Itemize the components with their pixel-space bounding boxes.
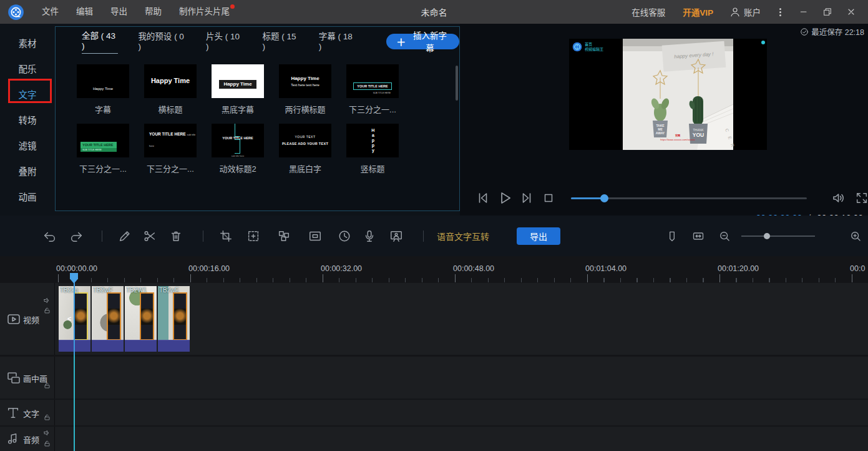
fit-timeline-button[interactable]: [688, 216, 709, 256]
track-pip-header: 画中画: [0, 357, 55, 399]
clip-selection-box[interactable]: [107, 292, 121, 340]
sidebar-item-music[interactable]: 配乐: [0, 56, 55, 81]
track-text: 文字: [0, 400, 868, 425]
seek-progress: [571, 197, 604, 199]
chroma-key-button[interactable]: [386, 216, 407, 256]
video-editor-window: 文件 编辑 导出 帮助 制作片头片尾 未命名 在线客服 开通VIP 账户: [0, 0, 868, 451]
red-watermark-url: https://www.xxxxxx.com/xxxxxx: [660, 138, 695, 141]
fullscreen-button[interactable]: [854, 190, 868, 206]
undo-button[interactable]: [39, 216, 61, 256]
crop-button[interactable]: [215, 216, 237, 256]
speech-text-convert-button[interactable]: 语音文字互转: [437, 216, 489, 256]
clip-trim-handle[interactable]: <: [67, 315, 71, 322]
sidebar-item-text[interactable]: 文字: [0, 81, 55, 107]
minimize-button[interactable]: [793, 0, 814, 24]
sidebar-item-animation[interactable]: 动画: [0, 184, 55, 209]
clip-audio-bar: [92, 340, 124, 352]
seek-bar[interactable]: [571, 197, 807, 199]
menu-intro-outro[interactable]: 制作片头片尾: [170, 0, 238, 24]
play-button[interactable]: [497, 190, 513, 206]
timeline-zoom-slider[interactable]: [741, 235, 815, 237]
sidebar-item-filter[interactable]: 滤镜: [0, 132, 55, 158]
video-clip-4[interactable]: TB2wE: [158, 286, 190, 352]
lock-track-icon[interactable]: [43, 307, 51, 314]
vip-upgrade-link[interactable]: 开通VIP: [675, 6, 721, 18]
template-card-black-caption[interactable]: Happy Time 黑底字幕: [212, 64, 264, 115]
template-card-two-line-title[interactable]: Happy TimeText here text here 两行横标题: [279, 64, 331, 115]
template-thumbnail: YOUR TEXTPLEASE ADD YOUR TEXT: [279, 124, 331, 157]
sidebar-item-overlay[interactable]: 叠附: [0, 158, 55, 184]
record-voiceover-button[interactable]: [359, 216, 380, 256]
export-button[interactable]: 导出: [517, 227, 560, 245]
preview-section: 最近保存 22:18 happy every day !: [460, 24, 868, 216]
volume-button[interactable]: [831, 190, 847, 206]
track-audio-header: 音频: [0, 427, 55, 451]
mute-track-icon[interactable]: [43, 429, 51, 437]
seek-handle[interactable]: [600, 194, 608, 202]
marker-button[interactable]: [661, 216, 683, 256]
template-card-motion-title[interactable]: YOUR TITLE HEREsub title here 动效标题2: [212, 124, 264, 174]
delete-button[interactable]: [165, 216, 187, 256]
timeline-ruler[interactable]: 00:00:00.00 00:00:16.00 00:00:32.00 00:0…: [0, 256, 868, 283]
template-card-caption[interactable]: Happy Time 字幕: [77, 64, 129, 115]
zoom-in-button[interactable]: [845, 216, 866, 256]
menu-help[interactable]: 帮助: [136, 0, 170, 24]
lock-track-icon[interactable]: [43, 382, 51, 389]
cut-button[interactable]: [139, 216, 160, 256]
tab-openers[interactable]: 片头 ( 10 ): [206, 29, 242, 54]
tab-all[interactable]: 全部 ( 43 ): [82, 29, 118, 54]
tab-my-presets[interactable]: 我的预设 ( 0 ): [138, 29, 186, 54]
clip-selection-box[interactable]: [140, 292, 154, 340]
watermark-line-1: 首页: [585, 42, 603, 47]
template-label: 下三分之一...: [144, 162, 197, 174]
freeze-frame-button[interactable]: [243, 216, 264, 256]
video-clip-3[interactable]: TB2W1: [125, 286, 157, 352]
sidebar-item-material[interactable]: 素材: [0, 30, 55, 56]
clip-selection-box[interactable]: [173, 292, 187, 340]
toolbar-divider: [423, 230, 424, 242]
duration-button[interactable]: [334, 216, 355, 256]
edit-clip-button[interactable]: [114, 216, 135, 256]
lock-track-icon[interactable]: [43, 414, 51, 421]
tab-subtitles[interactable]: 字幕 ( 18 ): [319, 29, 355, 54]
maximize-button[interactable]: [817, 0, 838, 24]
audio-lane: [56, 427, 868, 451]
titlebar: 文件 编辑 导出 帮助 制作片头片尾 未命名 在线客服 开通VIP 账户: [0, 0, 868, 24]
app-watermark: 首页 视频编辑王: [572, 42, 603, 52]
redo-button[interactable]: [66, 216, 87, 256]
zoom-out-button[interactable]: [714, 216, 735, 256]
zoom-slider-handle[interactable]: [764, 233, 770, 239]
template-card-vertical-title[interactable]: Happy 竖标题: [346, 124, 399, 174]
previous-frame-button[interactable]: [475, 190, 491, 206]
tab-titles[interactable]: 标题 ( 15 ): [262, 29, 298, 54]
panel-scrollbar[interactable]: [456, 66, 458, 101]
sidebar-item-transition[interactable]: 转场: [0, 107, 55, 132]
menu-file[interactable]: 文件: [33, 0, 67, 24]
close-button[interactable]: [841, 0, 862, 24]
menu-edit[interactable]: 编辑: [67, 0, 102, 24]
media-sidebar: 素材 配乐 文字 转场 滤镜 叠附 动画: [0, 24, 55, 216]
online-support-link[interactable]: 在线客服: [624, 6, 673, 18]
template-card-lower-third-3[interactable]: YOUR TITLE HEREsub title here 下三分之一...: [144, 124, 197, 174]
template-thumbnail: YOUR TITLE HERE SUB TITLE HERE: [346, 64, 399, 98]
video-clip-2[interactable]: TB2wF: [92, 286, 124, 352]
template-card-lower-third-1[interactable]: YOUR TITLE HERE SUB TITLE HERE 下三分之一...: [346, 64, 399, 115]
account-button[interactable]: 账户: [723, 6, 767, 18]
stop-button[interactable]: [540, 190, 557, 206]
template-card-white-on-black[interactable]: YOUR TEXTPLEASE ADD YOUR TEXT 黑底白字: [279, 124, 331, 174]
video-track-icon: [6, 312, 21, 327]
track-label: 视频: [23, 313, 39, 325]
lock-track-icon[interactable]: [43, 440, 51, 447]
frame-corner-handle[interactable]: [761, 41, 765, 44]
mosaic-button[interactable]: [273, 216, 295, 256]
template-card-h-title[interactable]: Happy Time 横标题: [144, 64, 197, 115]
track-pip: 画中画: [0, 357, 868, 399]
insert-subtitle-button[interactable]: ＋ 插入新字幕: [386, 34, 459, 49]
next-frame-button[interactable]: [519, 190, 535, 206]
mute-track-icon[interactable]: [43, 297, 51, 304]
clip-selection-box[interactable]: [74, 292, 88, 340]
menu-export[interactable]: 导出: [102, 0, 136, 24]
pip-button[interactable]: [305, 216, 326, 256]
more-menu-button[interactable]: [769, 0, 791, 24]
template-card-lower-third-2[interactable]: YOUR TITLE HERESUB TITLE HERE 下三分之一...: [77, 124, 129, 174]
